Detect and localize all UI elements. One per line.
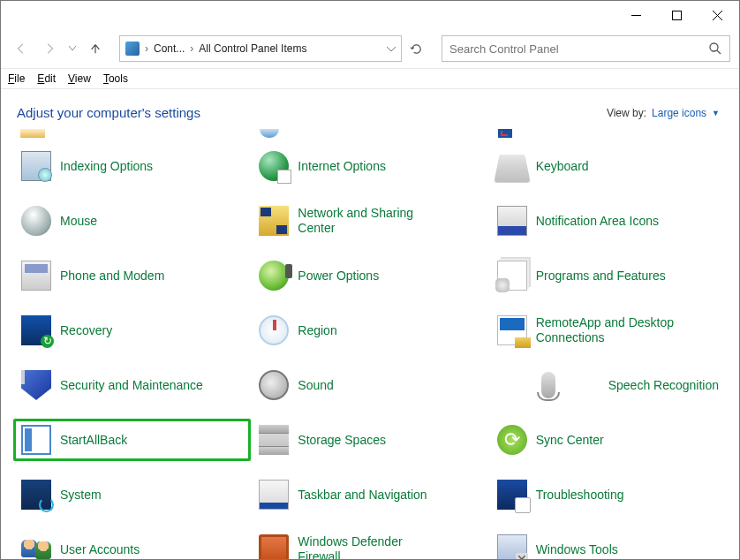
content-pane: Adjust your computer's settings View by:… bbox=[1, 89, 739, 559]
cp-item-taskbar-and-navigation[interactable]: Taskbar and Navigation bbox=[251, 473, 488, 516]
cp-item-network-and-sharing-center[interactable]: Network and Sharing Center bbox=[251, 200, 488, 242]
power-icon bbox=[259, 261, 289, 291]
storage-icon bbox=[259, 425, 289, 455]
cp-item-internet-options[interactable]: Internet Options bbox=[251, 145, 488, 187]
svg-point-4 bbox=[710, 43, 718, 51]
item-label: Windows Defender Firewall bbox=[298, 534, 439, 559]
cp-item-user-accounts[interactable]: User Accounts bbox=[13, 528, 251, 559]
search-box[interactable] bbox=[442, 35, 730, 62]
item-label: Keyboard bbox=[536, 159, 589, 174]
cp-item-power-options[interactable]: Power Options bbox=[251, 254, 488, 297]
menu-view[interactable]: View bbox=[68, 72, 91, 85]
sync-icon bbox=[497, 425, 527, 455]
item-label: Mouse bbox=[60, 214, 97, 229]
chevron-icon: › bbox=[145, 42, 148, 55]
cp-item-phone-and-modem[interactable]: Phone and Modem bbox=[13, 254, 251, 297]
menu-bar: File Edit View Tools bbox=[1, 68, 739, 89]
cp-item-security-and-maintenance[interactable]: Security and Maintenance bbox=[13, 364, 251, 406]
partial-row-cutoff bbox=[1, 125, 739, 138]
cp-item-sync-center[interactable]: Sync Center bbox=[489, 419, 727, 461]
item-label: Power Options bbox=[298, 269, 379, 284]
mouse-icon bbox=[21, 206, 51, 236]
search-icon[interactable] bbox=[708, 42, 722, 56]
notif-icon bbox=[497, 206, 527, 236]
item-label: Taskbar and Navigation bbox=[298, 488, 427, 503]
menu-edit[interactable]: Edit bbox=[37, 72, 56, 85]
cp-item-keyboard[interactable]: Keyboard bbox=[489, 145, 727, 187]
window-titlebar bbox=[1, 1, 739, 29]
item-label: Programs and Features bbox=[536, 269, 666, 284]
cp-item-region[interactable]: Region bbox=[251, 309, 488, 352]
security-icon bbox=[21, 370, 51, 400]
address-dropdown[interactable] bbox=[387, 42, 396, 55]
view-by-control[interactable]: View by: Large icons ▼ bbox=[607, 107, 720, 119]
item-label: Recovery bbox=[60, 323, 112, 338]
cp-item-notification-area-icons[interactable]: Notification Area Icons bbox=[489, 200, 727, 242]
cp-item-storage-spaces[interactable]: Storage Spaces bbox=[251, 419, 488, 461]
cp-item-remoteapp-and-desktop-connections[interactable]: RemoteApp and Desktop Connections bbox=[489, 309, 727, 352]
chevron-icon: › bbox=[190, 42, 193, 55]
cp-item-mouse[interactable]: Mouse bbox=[13, 200, 251, 242]
svg-rect-1 bbox=[672, 11, 681, 19]
cp-item-windows-tools[interactable]: Windows Tools bbox=[489, 528, 727, 559]
sound-icon bbox=[259, 370, 289, 400]
item-label: Windows Tools bbox=[536, 542, 618, 557]
items-grid: Indexing OptionsInternet OptionsKeyboard… bbox=[1, 145, 739, 559]
page-title: Adjust your computer's settings bbox=[17, 105, 200, 120]
item-label: Speech Recognition bbox=[608, 378, 719, 393]
item-label: RemoteApp and Desktop Connections bbox=[536, 315, 677, 345]
breadcrumb-seg2[interactable]: All Control Panel Items bbox=[199, 42, 306, 55]
phone-icon bbox=[21, 261, 51, 291]
taskbar-icon bbox=[259, 480, 289, 510]
item-label: Internet Options bbox=[298, 159, 386, 174]
tools-icon bbox=[497, 534, 527, 559]
menu-tools[interactable]: Tools bbox=[103, 72, 128, 85]
cp-item-speech-recognition[interactable]: Speech Recognition bbox=[489, 364, 727, 406]
item-label: StartAllBack bbox=[60, 433, 127, 448]
address-bar[interactable]: › Cont... › All Control Panel Items bbox=[119, 35, 402, 62]
indexing-icon bbox=[21, 151, 51, 181]
minimize-button[interactable] bbox=[615, 2, 656, 28]
refresh-button[interactable] bbox=[406, 35, 426, 62]
trouble-icon bbox=[497, 480, 527, 510]
content-header: Adjust your computer's settings View by:… bbox=[1, 89, 739, 125]
defender-icon bbox=[259, 534, 289, 559]
back-button[interactable] bbox=[10, 37, 33, 60]
recent-dropdown[interactable] bbox=[66, 46, 79, 51]
item-label: Indexing Options bbox=[60, 159, 153, 174]
svg-line-5 bbox=[717, 50, 721, 54]
cp-item-indexing-options[interactable]: Indexing Options bbox=[13, 145, 251, 187]
remote-icon bbox=[497, 315, 527, 345]
forward-button[interactable] bbox=[38, 37, 61, 60]
startallback-icon bbox=[21, 425, 51, 455]
cp-item-startallback[interactable]: StartAllBack bbox=[13, 419, 251, 461]
cp-item-recovery[interactable]: Recovery bbox=[13, 309, 251, 352]
network-icon bbox=[259, 206, 289, 236]
view-by-value[interactable]: Large icons bbox=[652, 107, 706, 119]
speech-icon bbox=[541, 372, 555, 398]
item-label: Storage Spaces bbox=[298, 433, 386, 448]
system-icon bbox=[21, 480, 51, 510]
maximize-button[interactable] bbox=[656, 2, 697, 28]
item-label: Phone and Modem bbox=[60, 269, 164, 284]
internet-icon bbox=[259, 151, 289, 181]
programs-icon bbox=[497, 261, 527, 291]
search-input[interactable] bbox=[449, 42, 708, 56]
users-icon bbox=[21, 534, 51, 559]
keyboard-icon bbox=[494, 155, 530, 183]
item-label: Notification Area Icons bbox=[536, 214, 659, 229]
cp-item-programs-and-features[interactable]: Programs and Features bbox=[489, 254, 727, 297]
close-button[interactable] bbox=[697, 2, 737, 28]
cp-item-windows-defender-firewall[interactable]: Windows Defender Firewall bbox=[251, 528, 488, 559]
cp-item-system[interactable]: System bbox=[13, 473, 251, 516]
item-label: Sync Center bbox=[536, 433, 604, 448]
cp-item-sound[interactable]: Sound bbox=[251, 364, 488, 406]
cp-item-troubleshooting[interactable]: Troubleshooting bbox=[489, 473, 727, 516]
view-by-label: View by: bbox=[607, 107, 646, 119]
up-button[interactable] bbox=[84, 37, 107, 60]
menu-file[interactable]: File bbox=[8, 72, 25, 85]
nav-toolbar: › Cont... › All Control Panel Items bbox=[1, 29, 739, 68]
breadcrumb-seg1[interactable]: Cont... bbox=[154, 42, 185, 55]
item-label: Region bbox=[298, 323, 336, 338]
recovery-icon bbox=[21, 315, 51, 345]
